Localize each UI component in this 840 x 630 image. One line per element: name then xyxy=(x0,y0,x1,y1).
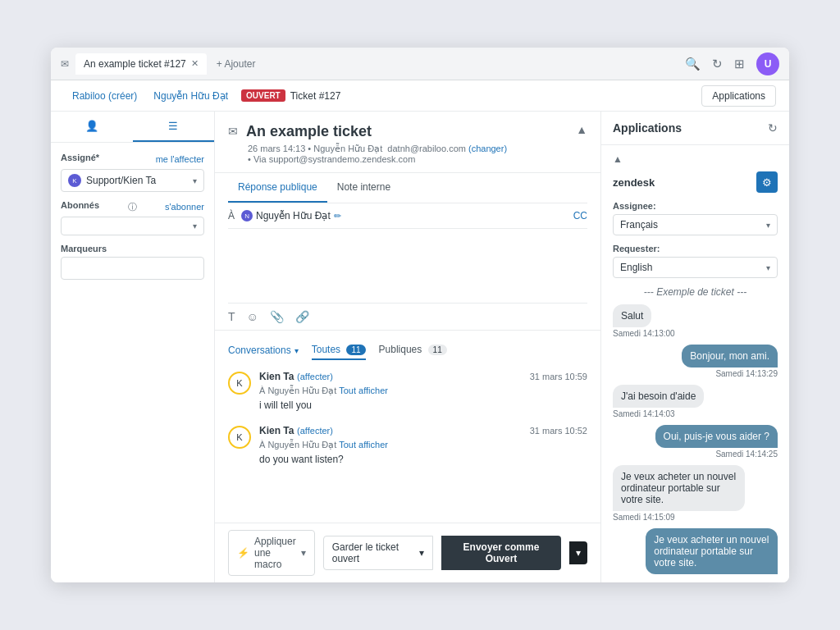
chat-text: Salut xyxy=(621,310,643,322)
assignee-select[interactable]: K Support/Kien Ta ▾ xyxy=(61,169,204,192)
macro-select[interactable]: ⚡ Appliquer une macro ▾ xyxy=(228,530,315,576)
grid-icon[interactable]: ⊞ xyxy=(734,57,745,71)
requester-dropdown[interactable]: English ▾ xyxy=(613,257,778,278)
topbar-icons: 🔍 ↻ ⊞ U xyxy=(685,52,779,75)
marqueurs-input[interactable] xyxy=(61,257,204,280)
chat-group: Je veux acheter un nouvel ordinateur por… xyxy=(613,465,778,522)
chat-bubble: J'ai besoin d'aide xyxy=(613,385,704,408)
center-content: ✉ An example ticket ▲ 26 mars 14:13 • Ng… xyxy=(215,112,600,582)
msg-time: 31 mars 10:52 xyxy=(530,426,587,436)
tab-all-badge: 11 xyxy=(346,345,365,355)
msg-to-text: À Nguyễn Hữu Đạt xyxy=(259,440,339,450)
chat-messages: Salut Samedi 14:13:00 Bonjour, mon ami. … xyxy=(613,304,778,574)
ticket-header: ✉ An example ticket ▲ 26 mars 14:13 • Ng… xyxy=(215,112,600,173)
compose-area[interactable] xyxy=(228,229,587,303)
tout-afficher-link[interactable]: Tout afficher xyxy=(339,386,388,395)
collapse-chevron-icon[interactable]: ▲ xyxy=(613,153,778,165)
applications-button[interactable]: Applications xyxy=(701,85,776,107)
requester-value: English xyxy=(620,262,652,273)
conversations-filter[interactable]: Conversations ▾ xyxy=(228,345,299,356)
msg-affecter-link[interactable]: (affecter) xyxy=(297,426,333,436)
tab-internal-note[interactable]: Note interne xyxy=(327,173,400,203)
sidebar-tabs: 👤 ☰ xyxy=(51,112,214,143)
breadcrumb-bar: Rabiloo (créer) Nguyễn Hữu Đạt OUVERT Ti… xyxy=(51,80,789,112)
macro-icon: ⚡ xyxy=(237,547,249,559)
msg-affecter-link[interactable]: (affecter) xyxy=(297,372,333,381)
tab-public-reply[interactable]: Réponse publique xyxy=(228,173,327,203)
user-avatar[interactable]: U xyxy=(756,52,779,75)
assignee-avatar: K xyxy=(68,174,81,187)
msg-to: À Nguyễn Hữu Đạt Tout afficher xyxy=(259,440,587,450)
conversations-area: Conversations ▾ Toutes 11 Publiques 11 K xyxy=(215,331,600,523)
chevron-down-icon: ▾ xyxy=(193,221,197,231)
chat-text: Je veux acheter un nouvel ordinateur por… xyxy=(654,534,769,568)
cc-link[interactable]: CC xyxy=(573,210,587,221)
tab-close-icon[interactable]: ✕ xyxy=(191,58,199,69)
chevron-down-icon: ▾ xyxy=(766,221,770,230)
right-panel-refresh-icon[interactable]: ↻ xyxy=(768,121,778,135)
msg-avatar: K xyxy=(228,426,251,449)
tab-public-label: Publiques xyxy=(379,344,422,355)
collapse-button[interactable]: ▲ xyxy=(576,123,587,136)
send-button[interactable]: Envoyer comme Ouvert xyxy=(441,536,561,570)
tab-public[interactable]: Publiques 11 xyxy=(379,340,447,360)
sidebar-tab-list[interactable]: ☰ xyxy=(133,112,215,142)
msg-header: Kien Ta (affecter) 31 mars 10:52 xyxy=(259,424,587,436)
chat-time: Samedi 14:14:03 xyxy=(613,409,778,418)
browser-tab[interactable]: An example ticket #127 ✕ xyxy=(75,53,207,75)
message-item: K Kien Ta (affecter) 31 mars 10:52 À Ngu… xyxy=(228,424,587,465)
changer-link[interactable]: (changer) xyxy=(468,144,507,153)
msg-text: i will tell you xyxy=(259,399,587,411)
recipient-avatar: N xyxy=(241,210,253,221)
subscribers-select[interactable]: ▾ xyxy=(61,217,204,235)
chat-bubble: Je veux acheter un nouvel ordinateur por… xyxy=(646,528,778,574)
send-caret-button[interactable]: ▾ xyxy=(569,541,587,564)
chat-time: Samedi 14:13:00 xyxy=(613,329,778,338)
ticket-meta: 26 mars 14:13 • Nguyễn Hữu Đạt datnh@rab… xyxy=(228,144,587,164)
chat-group: Bonjour, mon ami. Samedi 14:13:29 xyxy=(613,345,778,378)
ticket-title: An example ticket xyxy=(246,123,568,140)
tout-afficher-link[interactable]: Tout afficher xyxy=(339,440,388,450)
chat-bubble: Je veux acheter un nouvel ordinateur por… xyxy=(613,465,745,511)
subscribe-link[interactable]: s'abonner xyxy=(165,202,204,212)
chat-time: Samedi 14:14:25 xyxy=(715,450,778,459)
link-icon[interactable]: 🔗 xyxy=(295,310,309,323)
bottom-bar: ⚡ Appliquer une macro ▾ Garder le ticket… xyxy=(215,523,600,582)
subscribers-label: Abonnés xyxy=(61,200,99,210)
sidebar-content: Assigné* me l'affecter K Support/Kien Ta… xyxy=(51,143,214,582)
breadcrumb-create[interactable]: Rabiloo (créer) xyxy=(64,84,145,108)
breadcrumb-agent[interactable]: Nguyễn Hữu Đạt xyxy=(145,84,236,108)
user-icon: 👤 xyxy=(85,120,98,132)
conversations-label: Conversations xyxy=(228,345,291,356)
refresh-icon[interactable]: ↻ xyxy=(712,57,723,71)
chat-text: Bonjour, mon ami. xyxy=(690,350,769,362)
requester-field-label: Requester: xyxy=(613,244,778,253)
assignee-field-label: Assignee: xyxy=(613,201,778,211)
msg-time: 31 mars 10:59 xyxy=(530,372,587,381)
edit-icon[interactable]: ✏ xyxy=(334,211,341,221)
search-icon[interactable]: 🔍 xyxy=(685,57,701,71)
chat-group: Oui, puis-je vous aider ? Samedi 14:14:2… xyxy=(613,425,778,459)
macro-placeholder: Appliquer une macro xyxy=(254,536,296,570)
gear-button[interactable]: ⚙ xyxy=(756,171,778,193)
chat-time: Samedi 14:15:09 xyxy=(613,513,778,522)
chat-group: Je veux acheter un nouvel ordinateur por… xyxy=(613,528,778,574)
sidebar-tab-user[interactable]: 👤 xyxy=(51,112,133,142)
msg-header: Kien Ta (affecter) 31 mars 10:59 xyxy=(259,370,587,382)
right-panel-title: Applications xyxy=(613,121,682,135)
left-sidebar: 👤 ☰ Assigné* me l'affecter K Support/Kie… xyxy=(51,112,215,582)
add-tab-button[interactable]: + Ajouter xyxy=(217,58,256,70)
keep-open-button[interactable]: Garder le ticket ouvert ▾ xyxy=(323,536,433,570)
ticket-icon: ✉ xyxy=(228,125,238,138)
tab-all[interactable]: Toutes 11 xyxy=(312,340,366,360)
attach-icon[interactable]: 📎 xyxy=(270,310,284,323)
format-text-icon[interactable]: T xyxy=(228,310,235,323)
assignee-dropdown[interactable]: Français ▾ xyxy=(613,214,778,235)
assignee-link[interactable]: me l'affecter xyxy=(156,154,204,164)
browser-window: ✉ An example ticket #127 ✕ + Ajouter 🔍 ↻… xyxy=(51,48,789,582)
list-icon: ☰ xyxy=(168,120,178,132)
emoji-icon[interactable]: ☺ xyxy=(247,310,258,323)
toolbar-row: T ☺ 📎 🔗 xyxy=(228,303,587,330)
right-panel-body: ▲ zendesk ⚙ Assignee: Français ▾ Request… xyxy=(601,145,789,582)
mail-icon: ✉ xyxy=(61,58,69,70)
